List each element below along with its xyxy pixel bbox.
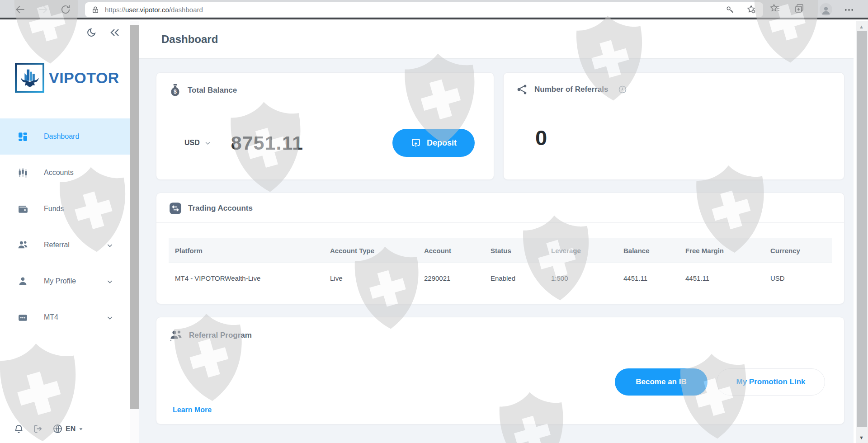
back-icon[interactable] <box>14 4 26 15</box>
referral-people-icon <box>17 240 28 251</box>
transfer-icon <box>169 202 182 215</box>
content-scrollbar[interactable] <box>130 21 139 443</box>
sidebar-item-label: Referral <box>44 241 70 249</box>
sidebar: VIPOTOR Dashboard Accounts <box>0 21 130 443</box>
bull-logo-icon <box>15 63 44 93</box>
cell-account: 2290021 <box>424 274 491 282</box>
column-header: Free Margin <box>685 247 770 254</box>
logout-icon[interactable] <box>33 424 43 434</box>
referral-group-icon <box>169 329 183 342</box>
terminal-device-icon <box>17 312 28 323</box>
column-header: Balance <box>623 247 685 254</box>
scrollbar-thumb[interactable] <box>857 31 867 427</box>
person-icon <box>17 276 28 287</box>
scroll-down-arrow[interactable]: ▼ <box>859 435 864 440</box>
learn-more-link[interactable]: Learn More <box>173 406 212 414</box>
collapse-sidebar-icon[interactable] <box>109 27 121 38</box>
sidebar-item-label: Dashboard <box>44 132 79 141</box>
sidebar-item-referral[interactable]: Referral <box>0 227 130 263</box>
scroll-up-arrow[interactable]: ▲ <box>859 24 864 29</box>
globe-icon <box>52 424 63 434</box>
scrollbar-thumb[interactable] <box>130 25 139 409</box>
total-balance-card: $ Total Balance USD 8751.11 Deposit <box>156 72 494 180</box>
balance-amount: 8751.11 <box>231 132 303 154</box>
deposit-icon <box>410 137 421 148</box>
language-selector[interactable]: EN <box>52 424 84 434</box>
logo-wordmark: VIPOTOR <box>49 69 119 87</box>
chevron-down-icon <box>106 314 113 321</box>
card-title: Total Balance <box>188 86 237 95</box>
deposit-label: Deposit <box>427 138 457 148</box>
chevron-down-icon <box>106 242 113 249</box>
cell-platform: MT4 - VIPOTORWealth-Live <box>175 274 330 282</box>
chevron-down-icon <box>106 278 113 285</box>
refresh-icon[interactable] <box>60 4 71 15</box>
forward-icon[interactable] <box>37 4 49 15</box>
column-header: Status <box>491 247 551 254</box>
clock-icon <box>618 85 627 94</box>
column-header: Platform <box>175 247 330 254</box>
content-header: Dashboard <box>139 21 854 59</box>
sidebar-item-label: Funds <box>44 205 64 213</box>
sidebar-item-mt4[interactable]: MT4 <box>0 299 130 335</box>
column-header: Account Type <box>330 247 424 254</box>
card-title: Trading Accounts <box>188 204 253 213</box>
dashboard-icon <box>17 131 28 142</box>
collections-icon[interactable] <box>794 3 805 14</box>
candlestick-icon <box>17 167 28 179</box>
cell-account-type: Live <box>330 274 424 282</box>
dark-mode-icon[interactable] <box>86 27 97 38</box>
vipotor-logo[interactable]: VIPOTOR <box>15 63 119 93</box>
browser-toolbar: https://user.vipotor.co/dashboard <box>0 0 868 19</box>
wallet-icon <box>17 203 28 215</box>
deposit-button[interactable]: Deposit <box>392 129 475 157</box>
referrals-card: Number of Referrals 0 <box>503 72 844 180</box>
cell-free-margin: 4451.11 <box>685 274 770 282</box>
table-header: Platform Account Type Account Status Lev… <box>169 238 832 263</box>
main-content: Dashboard $ Total Balance USD <box>139 21 854 443</box>
cell-currency: USD <box>770 274 832 282</box>
card-title: Referral Program <box>189 331 252 340</box>
column-header: Leverage <box>551 247 623 254</box>
notifications-bell-icon[interactable] <box>14 424 24 434</box>
promotion-link-button[interactable]: My Promotion Link <box>717 368 825 396</box>
chevron-down-icon <box>204 140 211 146</box>
table-row[interactable]: MT4 - VIPOTORWealth-Live Live 2290021 En… <box>169 263 832 293</box>
currency-select[interactable]: USD <box>184 139 211 147</box>
caret-down-icon <box>78 426 84 432</box>
card-title: Number of Referrals <box>534 85 608 94</box>
sidebar-item-funds[interactable]: Funds <box>0 191 130 227</box>
sidebar-item-dashboard[interactable]: Dashboard <box>0 118 130 155</box>
referral-program-card: Referral Program Become an IB My Promoti… <box>156 317 844 424</box>
cell-status: Enabled <box>491 274 551 282</box>
sidebar-item-label: My Profile <box>44 277 76 285</box>
referral-count: 0 <box>535 125 547 150</box>
url-text: https://user.vipotor.co/dashboard <box>105 6 203 14</box>
become-ib-button[interactable]: Become an IB <box>615 368 708 396</box>
browser-window: https://user.vipotor.co/dashboard <box>0 0 868 443</box>
sidebar-footer: EN <box>14 424 84 434</box>
content-body: $ Total Balance USD 8751.11 Deposit <box>139 59 854 443</box>
currency-value: USD <box>184 139 200 147</box>
browser-menu-icon[interactable] <box>844 5 854 15</box>
divider <box>156 222 844 223</box>
language-code: EN <box>66 425 75 433</box>
password-key-icon[interactable] <box>726 5 735 14</box>
profile-avatar[interactable] <box>820 3 832 16</box>
sidebar-item-my-profile[interactable]: My Profile <box>0 263 130 299</box>
trading-accounts-card: Trading Accounts Platform Account Type A… <box>156 193 844 304</box>
cell-leverage: 1:500 <box>551 274 623 282</box>
money-bag-icon: $ <box>169 84 181 97</box>
column-header: Currency <box>770 247 832 254</box>
address-bar[interactable]: https://user.vipotor.co/dashboard <box>85 2 763 17</box>
add-favorite-icon[interactable] <box>746 5 756 14</box>
page-scrollbar[interactable]: ▲ ▼ <box>856 21 868 443</box>
page-title: Dashboard <box>161 33 218 46</box>
sidebar-nav: Dashboard Accounts Funds <box>0 118 130 335</box>
favorites-icon[interactable] <box>769 3 780 14</box>
svg-text:$: $ <box>174 89 177 95</box>
column-header: Account <box>424 247 491 254</box>
sidebar-item-label: MT4 <box>44 313 58 321</box>
share-network-icon <box>516 84 528 95</box>
sidebar-item-accounts[interactable]: Accounts <box>0 155 130 191</box>
